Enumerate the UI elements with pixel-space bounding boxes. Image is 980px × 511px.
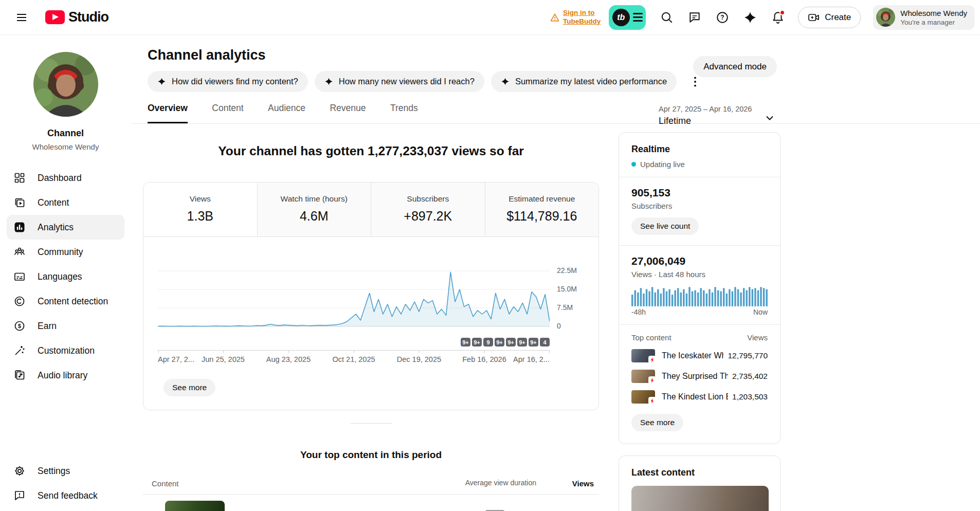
sidebar-item-community[interactable]: Community	[0, 240, 131, 264]
tab-audience[interactable]: Audience	[268, 103, 305, 122]
sidebar-item-label: Customization	[38, 345, 95, 356]
help-icon[interactable]: ?	[716, 11, 729, 24]
list-item[interactable]: The Iceskater Who ... 12,795,770	[631, 349, 768, 362]
topbar: Studio Sign in to TubeBuddy tb ?	[0, 0, 980, 35]
chip-how-viewers-found[interactable]: How did viewers find my content?	[148, 71, 308, 92]
chip-new-viewers[interactable]: How many new viewers did I reach?	[315, 71, 484, 92]
account-chip[interactable]: Wholesome Wendy You're a manager	[873, 5, 974, 30]
x-axis-label: Feb 16, 2026	[462, 355, 506, 363]
views-value: 12,795,770	[728, 351, 768, 360]
event-badge[interactable]: 9+	[529, 338, 538, 346]
event-badge[interactable]: 9+	[461, 338, 470, 346]
sidebar-item-label: Send feedback	[38, 490, 98, 501]
sidebar-item-label: Settings	[38, 466, 70, 477]
tubebuddy-menu-icon	[633, 13, 643, 22]
youtube-studio-logo[interactable]: Studio	[45, 9, 108, 25]
latest-video-thumbnail[interactable]	[631, 486, 769, 511]
realtime-card: Realtime Updating live 905,153 Subscribe…	[619, 132, 781, 444]
views-headline: Your channel has gotten 1,277,233,037 vi…	[143, 144, 599, 158]
tab-overview[interactable]: Overview	[148, 103, 188, 123]
notifications-bell-icon[interactable]	[771, 11, 785, 24]
avatar	[876, 8, 895, 27]
metric-tab-views[interactable]: Views 1.3B	[143, 182, 258, 236]
x-axis-label: Apr 27, 2...	[158, 355, 194, 363]
top-content-title: Your top content in this period	[143, 449, 599, 461]
date-range-picker[interactable]: Apr 27, 2025 – Apr 16, 2026 Lifetime	[659, 105, 776, 126]
sidebar-item-customization[interactable]: Customization	[0, 338, 131, 363]
date-range-text: Apr 27, 2025 – Apr 16, 2026	[659, 105, 776, 113]
sparkle-icon	[157, 77, 166, 86]
sidebar-item-label: Audio library	[38, 370, 87, 381]
dashboard-icon	[13, 172, 26, 184]
sidebar-item-content-detection[interactable]: Content detection	[0, 289, 131, 314]
sidebar-item-settings[interactable]: Settings	[0, 459, 131, 483]
event-badge[interactable]: 9+	[517, 338, 527, 346]
event-badge[interactable]: 9+	[506, 338, 516, 346]
see-more-button[interactable]: See more	[631, 414, 683, 431]
sidebar-item-label: Analytics	[38, 222, 74, 233]
create-button[interactable]: Create	[798, 7, 861, 28]
table-row[interactable]: 1 Best Brother Ever ❤️ 0:28 (118.0%) 98,…	[143, 495, 599, 511]
magic-wand-icon	[13, 344, 26, 357]
list-item[interactable]: They Surprised Their ... 2,735,402	[631, 370, 768, 383]
tab-content[interactable]: Content	[212, 103, 243, 122]
event-badge[interactable]: 4	[540, 338, 550, 346]
y-axis-tick: 22.5M	[557, 266, 577, 275]
chevron-down-icon	[764, 112, 776, 124]
top-content-table-header: Content Average view duration Views	[143, 478, 599, 495]
sidebar-item-dashboard[interactable]: Dashboard	[0, 166, 131, 190]
list-item[interactable]: The Kindest Lion Eve... 1,203,503	[631, 390, 768, 404]
advanced-mode-button[interactable]: Advanced mode	[693, 56, 777, 77]
event-badge[interactable]: 9+	[472, 338, 482, 346]
sidebar-item-earn[interactable]: $ Earn	[0, 314, 131, 338]
column-content[interactable]: Content	[152, 479, 179, 488]
more-options-kebab-icon[interactable]	[688, 75, 702, 88]
search-icon[interactable]	[660, 11, 674, 24]
channel-label: Channel	[0, 128, 131, 139]
svg-text:?: ?	[721, 14, 724, 21]
column-avg-view-duration[interactable]: Average view duration	[459, 478, 536, 488]
sidebar: Channel Wholesome Wendy Dashboard Conten…	[0, 35, 131, 511]
metric-value: 4.6M	[258, 209, 371, 224]
sidebar-item-send-feedback[interactable]: Send feedback	[0, 483, 131, 508]
sidebar-item-content[interactable]: Content	[0, 190, 131, 215]
shorts-badge-icon	[648, 376, 656, 384]
sidebar-item-languages[interactable]: Languages	[0, 264, 131, 289]
sparkle-icon[interactable]	[743, 11, 757, 24]
profile-role: You're a manager	[900, 19, 967, 26]
tubebuddy-signin-link[interactable]: Sign in to TubeBuddy	[550, 9, 601, 26]
chip-label: Summarize my latest video performance	[515, 77, 667, 86]
metric-tab-subscribers[interactable]: Subscribers +897.2K	[371, 182, 485, 236]
metric-tab-watch-time[interactable]: Watch time (hours) 4.6M	[258, 182, 372, 236]
metric-value: 1.3B	[143, 209, 257, 224]
chip-summarize-performance[interactable]: Summarize my latest video performance	[491, 71, 677, 92]
metric-value: +897.2K	[371, 209, 485, 224]
divider	[619, 245, 780, 246]
sidebar-item-audio-library[interactable]: Audio library	[0, 363, 131, 388]
tab-revenue[interactable]: Revenue	[330, 103, 366, 122]
channel-avatar[interactable]	[33, 52, 98, 117]
ai-suggestion-chips: How did viewers find my content? How man…	[148, 71, 980, 92]
x-axis-label: Dec 19, 2025	[397, 355, 441, 363]
event-badge[interactable]: 9+	[495, 338, 504, 346]
tubebuddy-toolbar-button[interactable]: tb	[609, 5, 646, 30]
column-views[interactable]: Views	[536, 479, 594, 488]
event-badge[interactable]: 9	[483, 338, 493, 346]
video-thumbnail[interactable]	[165, 501, 225, 511]
tab-trends[interactable]: Trends	[390, 103, 418, 122]
realtime-title: Realtime	[631, 144, 768, 155]
sidebar-menu: Dashboard Content Analytics Community La…	[0, 166, 131, 388]
sidebar-item-label: Earn	[38, 321, 57, 332]
see-more-button[interactable]: See more	[164, 379, 215, 396]
chart-event-badges: 9+ 9+ 9 9+ 9+ 9+ 9+ 4	[158, 338, 550, 346]
header-divider	[131, 123, 980, 124]
sidebar-item-analytics[interactable]: Analytics	[7, 215, 124, 240]
youtube-play-icon	[45, 10, 65, 24]
metric-tab-estimated-revenue[interactable]: Estimated revenue $114,789.16	[485, 182, 599, 236]
y-axis-tick: 7.5M	[557, 303, 573, 312]
messages-icon[interactable]	[688, 11, 701, 24]
main-menu-icon[interactable]	[15, 11, 28, 24]
section-divider	[350, 423, 392, 424]
see-live-count-button[interactable]: See live count	[631, 217, 699, 235]
divider	[619, 324, 780, 325]
